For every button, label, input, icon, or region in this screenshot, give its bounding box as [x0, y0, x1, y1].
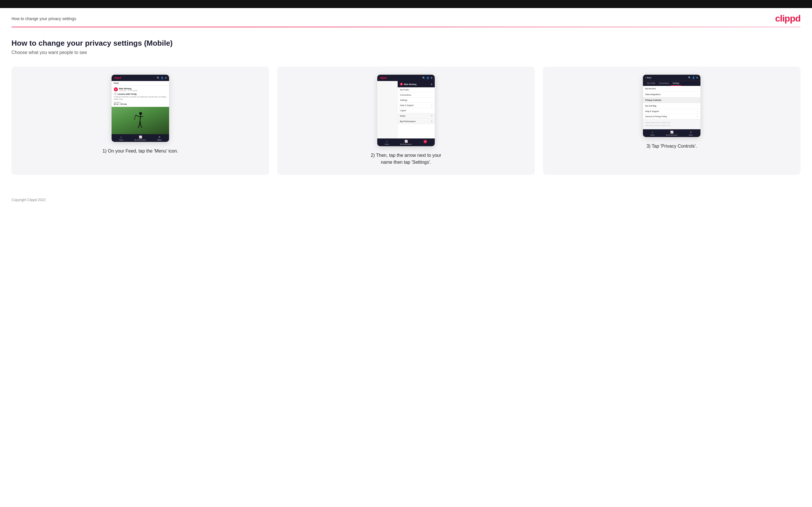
phone1-icons: 🔍 👤 ⚙ [157, 77, 167, 79]
phone2-perf-section-label: My Performance [400, 120, 415, 122]
phone1-post: B Blair McHarg Yesterday · Sunningdale L… [111, 86, 169, 107]
phone2-logo: clippd [379, 76, 387, 79]
golfer-silhouette [133, 111, 148, 134]
step-card-2: clippd 🔍 👤 ⚙ [277, 67, 535, 175]
phone3-serviceprivacy-label: Service & Privacy Policy [645, 115, 667, 117]
phone2-chevron-icon: ∧ [431, 83, 433, 86]
menu-icon: ≡ [159, 135, 160, 138]
phone2-user-header: B Blair McHarg ∧ [398, 81, 435, 87]
phone1-user-info: Blair McHarg Yesterday · Sunningdale [119, 88, 138, 91]
phone2-header: clippd 🔍 👤 ⚙ [377, 75, 435, 81]
main-content: How to change your privacy settings (Mob… [0, 27, 812, 192]
phone1-duration-val: 01 hr : 30 min [114, 103, 167, 105]
phone1-lesson-desc: Looking to feel like my hands are exitin… [114, 96, 167, 101]
phone-mockup-3: < Back 🔍 👤 ⚙ My Profile Connections Sett… [643, 75, 701, 137]
footer: Copyright Clippd 2022 [0, 192, 812, 208]
phone2-menu-connections: Connections [398, 93, 435, 98]
phone2-perf-label: My Performance [400, 143, 412, 145]
perf-icon-2: 📈 [405, 140, 408, 143]
phone2-menu-performance-section: My Performance ∨ [398, 119, 435, 124]
phone2-perf-chevron: ∨ [431, 120, 433, 122]
phone3-icons: 🔍 👤 ⚙ [688, 76, 698, 79]
phone2-content: B Blair McHarg ∧ My Profile Connections [377, 81, 435, 138]
footer-copyright: Copyright Clippd 2022 [11, 198, 46, 202]
phone2-myprofile-label: My Profile [400, 89, 409, 91]
step1-caption: 1) On your Feed, tap the 'Menu' icon. [102, 148, 178, 155]
svg-line-2 [136, 115, 140, 117]
header: How to change your privacy settings clip… [0, 8, 812, 27]
phone3-content: My Account › Data Integrations › Privacy… [643, 86, 701, 129]
tab-connections[interactable]: Connections [657, 81, 671, 86]
svg-line-4 [135, 115, 136, 120]
user-icon-2: 👤 [426, 77, 429, 79]
top-bar [0, 0, 812, 8]
phone-mockup-2: clippd 🔍 👤 ⚙ [377, 75, 435, 146]
phone2-home-section-label: Home [400, 115, 405, 117]
phone3-row-serviceprivacy: Service & Privacy Policy ↗ [643, 114, 701, 119]
phone2-connections-label: Connections [400, 94, 411, 96]
tab-myprofile[interactable]: My Profile [645, 81, 657, 86]
phone2-menu-logout: Logout [398, 108, 435, 113]
phone1-nav-menu: ≡ Menu [150, 135, 169, 141]
phone2-help-ext-icon: ↗ [431, 104, 433, 106]
menu-icon-3: ≡ [690, 131, 692, 133]
phone3-row-mygolfbag: My Golf Bag › [643, 103, 701, 109]
phone1-menu-label: Menu [158, 139, 162, 141]
phone2-user-info: B Blair McHarg [400, 83, 416, 86]
phone3-row-privacycontrols: Privacy Controls › [643, 97, 701, 103]
phone2-nav-performance: 📈 My Performance [397, 140, 416, 145]
phone2-menu-overlay: B Blair McHarg ∧ My Profile Connections [397, 81, 435, 138]
step3-caption: 3) Tap 'Privacy Controls'. [646, 143, 697, 150]
phone2-menu-settings: Settings [398, 98, 435, 103]
phone2-icons: 🔍 👤 ⚙ [422, 77, 433, 79]
phone3-version1: Clippd Client Version: 2022.8.3-3 [645, 121, 698, 124]
tab-settings[interactable]: Settings [671, 81, 681, 86]
phone2-help-label: Help & Support [400, 104, 413, 106]
phone1-image [111, 107, 169, 134]
phone3-serviceprivacy-ext-icon: ↗ [697, 115, 698, 117]
phone3-bottom-nav: ⌂ Home 📈 My Performance ≡ Menu [643, 129, 701, 137]
phone3-row-myaccount: My Account › [643, 86, 701, 92]
phone3-back-button: < Back [645, 77, 652, 79]
home-icon-2: ⌂ [386, 140, 388, 143]
search-icon-3: 🔍 [688, 76, 691, 79]
phone3-privacycontrols-label: Privacy Controls [645, 99, 661, 101]
phone1-content: Feed B Blair McHarg Yesterday · Sunningd… [111, 81, 169, 134]
phone3-tabs: My Profile Connections Settings [643, 81, 701, 86]
close-button: ✕ [423, 140, 427, 143]
phone3-myaccount-chevron: › [697, 87, 698, 90]
header-title: How to change your privacy settings [11, 16, 76, 21]
phone3-nav-home: ⌂ Home [643, 131, 662, 136]
phone2-settings-label: Settings [400, 99, 407, 101]
phone3-helpsupport-label: Help & Support [645, 110, 659, 112]
svg-line-1 [140, 115, 141, 121]
phone2-menu-myprofile: My Profile [398, 87, 435, 93]
svg-line-7 [138, 127, 139, 127]
settings-icon-2: ⚙ [430, 77, 433, 79]
logo: clippd [775, 13, 801, 24]
step2-caption: 2) Then, tap the arrow next to your name… [371, 152, 441, 166]
phone2-home-label: Home [385, 143, 389, 145]
settings-icon-3: ⚙ [696, 76, 698, 79]
phone1-nav-performance: 📈 My Performance [131, 135, 150, 141]
phone2-bottom-nav: ⌂ Home 📈 My Performance ✕ [377, 138, 435, 146]
phone3-mygolfbag-chevron: › [697, 105, 698, 107]
phone2-avatar: B [400, 83, 403, 86]
phone3-myaccount-label: My Account [645, 88, 656, 90]
phone3-row-helpsupport: Help & Support ↗ [643, 109, 701, 114]
phone1-nav-home: ⌂ Home [111, 135, 131, 141]
close-icon: ✕ [424, 140, 426, 143]
home-icon-3: ⌂ [652, 131, 653, 133]
phone3-version2: GQL Server Version: 2022.7.30-1 [645, 124, 698, 127]
settings-icon: ⚙ [165, 77, 167, 79]
search-icon: 🔍 [157, 77, 160, 79]
phone1-logo: clippd [114, 76, 121, 79]
phone2-menu-help: Help & Support ↗ [398, 103, 435, 108]
phone1-avatar: B [114, 87, 118, 91]
phone2-username: Blair McHarg [404, 83, 416, 85]
phone3-nav-performance: 📈 My Performance [662, 131, 681, 136]
page-heading: How to change your privacy settings (Mob… [11, 39, 801, 48]
phone1-home-label: Home [119, 139, 123, 141]
phone3-perf-label: My Performance [666, 134, 677, 136]
phone3-row-dataintegrations: Data Integrations › [643, 92, 701, 97]
